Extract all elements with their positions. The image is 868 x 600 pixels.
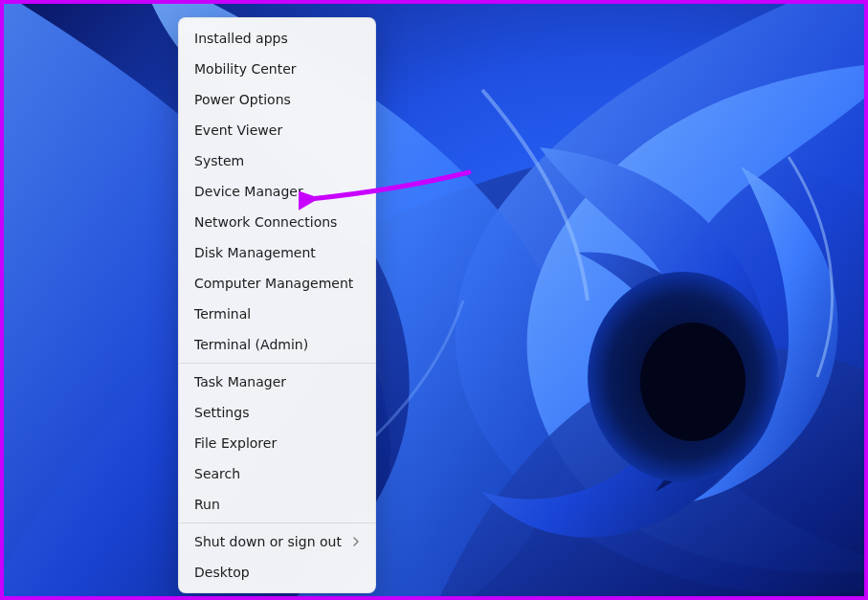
menu-item-label: Run — [194, 496, 220, 513]
menu-separator — [179, 522, 375, 523]
menu-item-label: Task Manager — [194, 373, 286, 390]
menu-item-event-viewer[interactable]: Event Viewer — [179, 115, 375, 145]
menu-item-power-options[interactable]: Power Options — [179, 84, 375, 115]
menu-item-label: Mobility Center — [194, 60, 297, 78]
menu-separator — [179, 363, 375, 364]
menu-item-label: Terminal (Admin) — [194, 336, 308, 353]
menu-item-terminal[interactable]: Terminal — [179, 299, 375, 329]
menu-item-label: Device Manager — [194, 183, 303, 200]
menu-item-label: Shut down or sign out — [194, 533, 342, 550]
winx-context-menu[interactable]: Installed apps Mobility Center Power Opt… — [178, 17, 376, 593]
menu-item-installed-apps[interactable]: Installed apps — [179, 23, 375, 54]
menu-item-terminal-admin[interactable]: Terminal (Admin) — [179, 329, 375, 360]
menu-item-label: Computer Management — [194, 275, 353, 292]
screenshot-frame: Installed apps Mobility Center Power Opt… — [0, 0, 868, 600]
menu-item-mobility-center[interactable]: Mobility Center — [179, 54, 375, 84]
menu-item-file-explorer[interactable]: File Explorer — [179, 428, 375, 458]
menu-item-desktop[interactable]: Desktop — [179, 557, 375, 588]
menu-item-computer-management[interactable]: Computer Management — [179, 268, 375, 299]
menu-item-network-connections[interactable]: Network Connections — [179, 207, 375, 237]
menu-item-label: Terminal — [194, 305, 251, 322]
chevron-right-icon — [352, 537, 360, 546]
menu-item-label: Settings — [194, 404, 249, 421]
menu-item-system[interactable]: System — [179, 145, 375, 176]
menu-item-run[interactable]: Run — [179, 489, 375, 520]
menu-item-settings[interactable]: Settings — [179, 397, 375, 428]
menu-item-label: Event Viewer — [194, 122, 282, 139]
desktop-wallpaper — [4, 4, 864, 596]
menu-item-search[interactable]: Search — [179, 458, 375, 489]
menu-item-label: Search — [194, 465, 240, 482]
menu-item-label: Network Connections — [194, 213, 337, 231]
menu-item-label: Installed apps — [194, 30, 288, 47]
menu-item-label: Desktop — [194, 564, 250, 581]
menu-item-shut-down-or-sign-out[interactable]: Shut down or sign out — [179, 526, 375, 557]
menu-item-label: Power Options — [194, 91, 291, 108]
svg-point-2 — [640, 322, 746, 441]
menu-item-device-manager[interactable]: Device Manager — [179, 176, 375, 207]
menu-item-task-manager[interactable]: Task Manager — [179, 367, 375, 397]
menu-item-disk-management[interactable]: Disk Management — [179, 237, 375, 268]
menu-item-label: Disk Management — [194, 244, 316, 261]
menu-item-label: File Explorer — [194, 434, 277, 452]
menu-item-label: System — [194, 152, 244, 169]
